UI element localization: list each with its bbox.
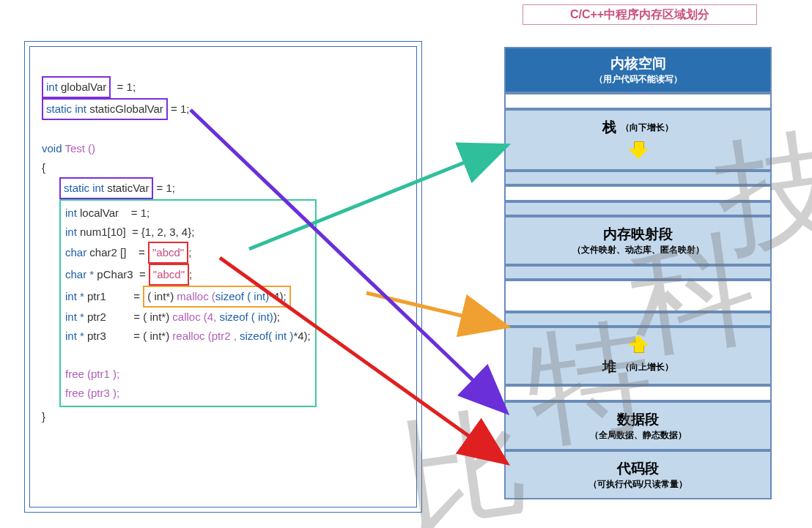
blank-line <box>42 120 405 139</box>
brace-close: } <box>42 407 405 426</box>
free-2: free (ptr3 ); <box>65 384 311 403</box>
mmap-pad-bot <box>504 265 772 280</box>
gap-3 <box>504 280 772 312</box>
local-var: int localVar = 1; <box>65 204 311 223</box>
static-global-decl: static int staticGlobalVar = 1; <box>42 98 405 120</box>
string-literal-2: "abcd" <box>149 264 189 286</box>
stack-pad <box>504 171 772 185</box>
diagram-title: C/C++中程序内存区域划分 <box>523 4 757 25</box>
gap-1 <box>504 93 772 109</box>
blank-line-2 <box>65 346 311 365</box>
malloc-line: int * ptr1 = ( int*) malloc (sizeof ( in… <box>65 286 311 308</box>
static-global-box: static int staticGlobalVar <box>42 98 168 120</box>
down-arrow-icon <box>628 140 649 159</box>
char-array: char char2 [] = "abcd"; <box>65 242 311 264</box>
array-var: int num1[10] = {1, 2, 3, 4}; <box>65 223 311 242</box>
heap-segment: 堆（向上增长） <box>504 327 772 385</box>
stack-segment: 栈（向下增长） <box>504 109 772 171</box>
brace-open: { <box>42 158 405 177</box>
heap-pad-top <box>504 312 772 327</box>
gap-2 <box>504 185 772 201</box>
kernel-segment: 内核空间 （用户代码不能读写） <box>504 47 772 93</box>
code-segment: 代码段 （可执行代码/只读常量） <box>504 450 772 499</box>
global-decl: int globalVar = 1; <box>42 76 405 98</box>
global-box: int globalVar <box>42 76 111 98</box>
calloc-line: int * ptr2 = ( int*) calloc (4, sizeof (… <box>65 308 311 327</box>
code-inner: int globalVar = 1; static int staticGlob… <box>29 46 417 507</box>
char-ptr: char * pChar3 = "abcd"; <box>65 264 311 286</box>
memory-layout: 内核空间 （用户代码不能读写） 栈（向下增长） 内存映射段 （文件映射、动态库、… <box>504 47 772 499</box>
stack-locals-box: int localVar = 1; int num1[10] = {1, 2, … <box>59 199 317 407</box>
free-1: free (ptr1 ); <box>65 365 311 384</box>
func-decl: void Test () <box>42 139 405 158</box>
malloc-box: ( int*) malloc (sizeof ( int)*4); <box>143 286 290 308</box>
mmap-pad-top <box>504 201 772 216</box>
realloc-line: int * ptr3 = ( int*) realloc (ptr2 , siz… <box>65 327 311 346</box>
static-local-decl: static int staticVar = 1; <box>42 177 405 199</box>
gap-4 <box>504 385 772 401</box>
code-container: int globalVar = 1; static int staticGlob… <box>24 41 422 513</box>
string-literal-1: "abcd" <box>148 242 188 264</box>
locals-wrapper: int localVar = 1; int num1[10] = {1, 2, … <box>42 199 405 407</box>
mmap-segment: 内存映射段 （文件映射、动态库、匿名映射） <box>504 216 772 265</box>
data-segment: 数据段 （全局数据、静态数据） <box>504 401 772 450</box>
static-local-box: static int staticVar <box>59 177 153 199</box>
up-arrow-icon <box>628 335 649 354</box>
